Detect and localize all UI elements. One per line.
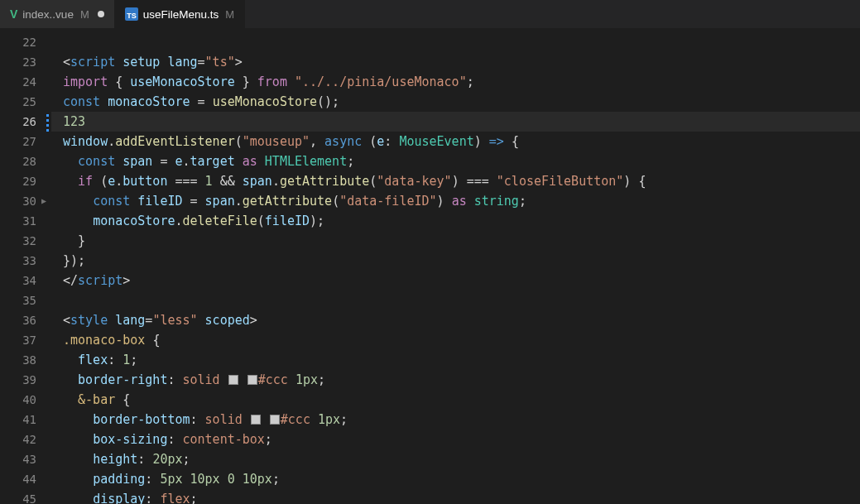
code-line[interactable]: } [63,231,860,251]
code-line[interactable]: window.addEventListener("mouseup", async… [63,132,860,151]
line-number: 44 [0,469,51,489]
code-line[interactable]: </script> [63,271,860,290]
code-line[interactable]: if (e.button === 1 && span.getAttribute(… [63,171,860,191]
code-line[interactable]: display: flex; [63,489,860,504]
code-line[interactable]: const fileID = span.getAttribute("data-f… [63,191,860,211]
line-number: 43 [0,449,51,469]
ts-icon: TS [125,7,138,21]
line-number: 28 [0,151,51,171]
editor-area[interactable]: 2223242526272829303132333435363738394041… [0,29,860,504]
line-number: 45 [0,489,51,504]
line-number: 40 [0,390,51,410]
code-line[interactable]: flex: 1; [63,350,860,370]
line-number: 35 [0,290,51,310]
line-number: 23 [0,52,51,72]
line-number-gutter: 2223242526272829303132333435363738394041… [0,29,51,504]
code-line[interactable]: &-bar { [63,390,860,410]
code-line[interactable]: import { useMonacoStore } from "../../pi… [63,72,860,92]
line-number: 38 [0,350,51,370]
color-swatch-icon [270,415,280,425]
code-line[interactable]: monacoStore.deleteFile(fileID); [63,211,860,231]
line-number: 22 [0,32,51,52]
code-line[interactable]: border-bottom: solid #ccc 1px; [63,410,860,430]
line-number: 37 [0,330,51,350]
tab-useFileMenu-ts[interactable]: TSuseFileMenu.tsM [115,0,245,28]
code-line[interactable]: box-sizing: content-box; [63,430,860,449]
color-swatch-icon [247,375,257,385]
modified-line-marker [46,112,49,132]
line-number: 42 [0,430,51,449]
line-number: 29 [0,171,51,191]
line-number: 41 [0,410,51,430]
unsaved-dot-icon [98,11,104,17]
tab-label: useFileMenu.ts [143,8,219,21]
line-number: 34 [0,271,51,290]
editor-tabs: Vindex..vueMTSuseFileMenu.tsM [0,0,860,29]
line-number: 32 [0,231,51,251]
color-swatch-icon [251,415,261,425]
line-number: 36 [0,310,51,330]
tab-index-vue[interactable]: Vindex..vueM [0,0,115,28]
line-number: 31 [0,211,51,231]
code-line[interactable]: <style lang="less" scoped> [63,310,860,330]
code-content[interactable]: <script setup lang="ts">import { useMona… [51,29,860,504]
tab-modified-indicator: M [225,8,234,21]
tab-label: index..vue [22,8,74,21]
vue-icon: V [10,7,17,21]
line-number: 39 [0,370,51,390]
code-line[interactable]: const monacoStore = useMonacoStore(); [63,92,860,112]
code-line[interactable]: const span = e.target as HTMLElement; [63,151,860,171]
line-number: 27 [0,132,51,151]
code-line[interactable]: <script setup lang="ts"> [63,52,860,72]
code-line[interactable] [63,32,860,52]
code-line[interactable] [63,290,860,310]
tab-modified-indicator: M [80,8,89,21]
code-line[interactable]: 123 [63,112,860,132]
color-swatch-icon [228,375,238,385]
line-number: 24 [0,72,51,92]
code-line[interactable]: height: 20px; [63,449,860,469]
fold-marker-icon[interactable]: ▶ [41,191,46,211]
code-line[interactable]: border-right: solid #ccc 1px; [63,370,860,390]
code-line[interactable]: .monaco-box { [63,330,860,350]
code-line[interactable]: }); [63,251,860,271]
code-line[interactable]: padding: 5px 10px 0 10px; [63,469,860,489]
line-number: 33 [0,251,51,271]
line-number: 26 [0,112,51,132]
line-number: 25 [0,92,51,112]
